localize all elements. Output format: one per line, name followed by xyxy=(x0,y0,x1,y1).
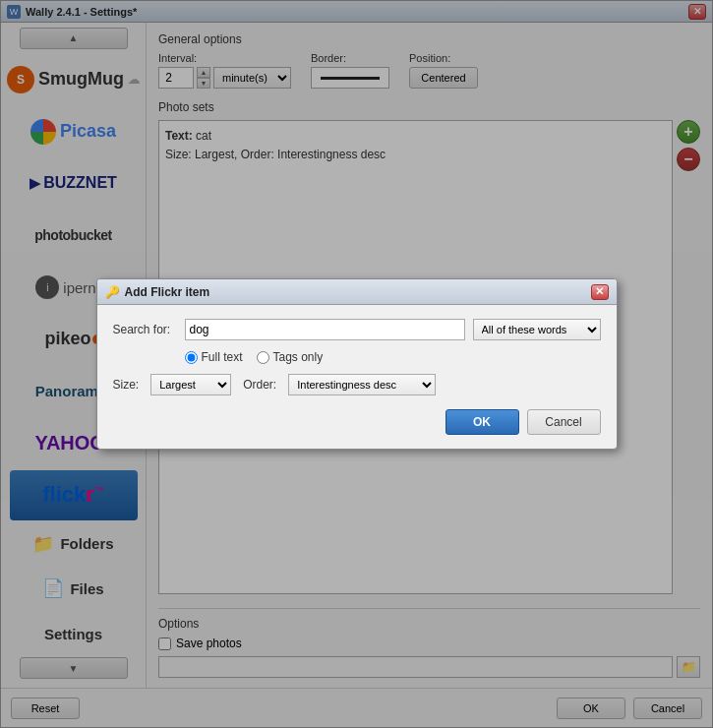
dialog-body: Search for: All of these words Any of th… xyxy=(97,305,617,449)
order-label: Order: xyxy=(243,378,276,392)
dialog-buttons: OK Cancel xyxy=(113,409,601,435)
size-order-row: Size: Largest Large Medium Small Thumbna… xyxy=(113,374,601,395)
radio-fulltext-label: Full text xyxy=(202,350,243,364)
search-type-select[interactable]: All of these words Any of these words Th… xyxy=(473,319,601,340)
add-flickr-dialog: 🔑 Add Flickr item ✕ Search for: All of t… xyxy=(96,278,618,450)
dialog-title-bar: 🔑 Add Flickr item ✕ xyxy=(97,279,617,305)
modal-overlay: 🔑 Add Flickr item ✕ Search for: All of t… xyxy=(0,0,713,728)
size-label: Size: xyxy=(113,378,140,392)
dialog-cancel-button[interactable]: Cancel xyxy=(527,409,601,435)
size-select[interactable]: Largest Large Medium Small Thumbnail xyxy=(150,374,231,395)
search-row: Search for: All of these words Any of th… xyxy=(113,319,601,340)
radio-fulltext[interactable]: Full text xyxy=(185,350,243,364)
dialog-title-text: Add Flickr item xyxy=(125,285,210,299)
radio-tags-label: Tags only xyxy=(273,350,324,364)
dialog-ok-button[interactable]: OK xyxy=(446,409,519,435)
order-select[interactable]: Interestingness desc Interestingness asc… xyxy=(288,374,436,395)
radio-row: Full text Tags only xyxy=(113,350,601,364)
search-input[interactable] xyxy=(185,319,465,340)
dialog-close-button[interactable]: ✕ xyxy=(591,284,609,300)
dialog-title-left: 🔑 Add Flickr item xyxy=(105,285,210,299)
radio-tags[interactable]: Tags only xyxy=(257,350,324,364)
dialog-title-icon: 🔑 xyxy=(105,285,120,299)
search-for-label: Search for: xyxy=(113,323,177,336)
